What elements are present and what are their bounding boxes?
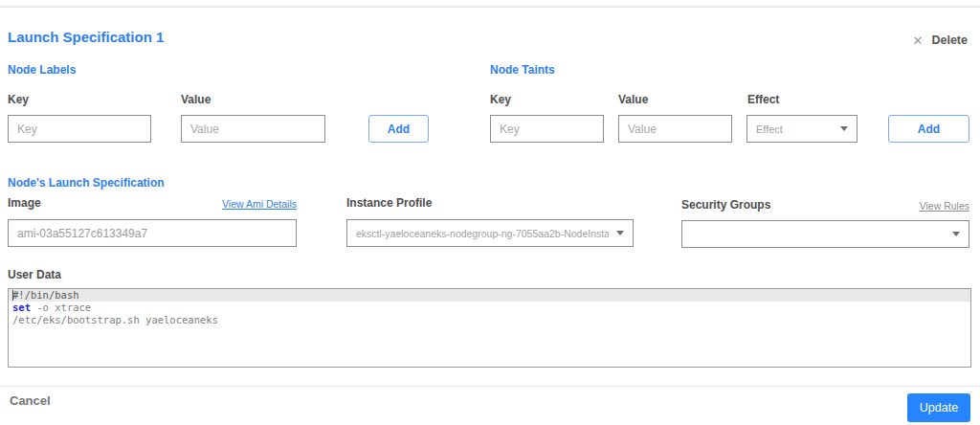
node-taints-effect-label: Effect — [747, 93, 779, 106]
code-line-3: /etc/eks/bootstrap.sh yaeloceaneks — [9, 314, 970, 326]
node-taints-effect-select[interactable]: Effect — [746, 115, 858, 143]
image-label: Image — [8, 196, 41, 210]
update-button[interactable]: Update — [907, 393, 970, 422]
view-rules-link[interactable]: View Rules — [920, 200, 969, 212]
launch-spec-heading: Node's Launch Specification — [8, 176, 165, 190]
user-data-editor[interactable]: #!/bin/bash set -o xtrace /etc/eks/boots… — [8, 288, 971, 368]
footer-divider — [0, 386, 980, 387]
view-ami-details-link[interactable]: View Ami Details — [222, 198, 297, 210]
node-labels-add-button[interactable]: Add — [368, 115, 429, 143]
top-divider — [0, 6, 980, 8]
node-taints-value-label: Value — [618, 93, 648, 106]
image-input[interactable] — [8, 219, 297, 247]
effect-select-placeholder: Effect — [756, 123, 833, 135]
code-line-1: #!/bin/bash — [9, 289, 970, 302]
instance-profile-select[interactable]: eksctl-yaeloceaneks-nodegroup-ng-7055aa2… — [346, 219, 634, 247]
instance-profile-value: eksctl-yaeloceaneks-nodegroup-ng-7055aa2… — [356, 228, 609, 239]
user-data-label: User Data — [8, 268, 61, 281]
node-labels-key-label: Key — [8, 93, 29, 106]
node-taints-add-button[interactable]: Add — [888, 115, 969, 143]
chevron-down-icon — [840, 126, 848, 131]
image-label-row: Image View Ami Details — [8, 196, 297, 210]
cancel-button[interactable]: Cancel — [10, 393, 51, 408]
node-labels-value-input[interactable] — [181, 115, 325, 143]
security-groups-label-row: Security Groups View Rules — [681, 198, 969, 212]
close-x-icon: ✕ — [913, 34, 924, 47]
code-line-2: set -o xtrace — [9, 302, 970, 314]
page-title: Launch Specification 1 — [8, 29, 164, 45]
delete-button[interactable]: ✕ Delete — [913, 34, 968, 47]
node-taints-value-input[interactable] — [618, 115, 732, 143]
node-labels-key-input[interactable] — [8, 115, 151, 143]
node-labels-value-label: Value — [181, 93, 211, 106]
node-labels-heading: Node Labels — [8, 63, 76, 77]
security-groups-label: Security Groups — [681, 198, 770, 212]
node-taints-key-input[interactable] — [490, 115, 604, 143]
security-groups-select[interactable] — [681, 220, 969, 248]
node-taints-key-label: Key — [490, 93, 511, 106]
node-taints-heading: Node Taints — [490, 63, 555, 77]
instance-profile-label: Instance Profile — [346, 196, 432, 210]
launch-specification-panel: Launch Specification 1 ✕ Delete Node Lab… — [0, 0, 980, 425]
delete-button-label: Delete — [931, 34, 968, 47]
chevron-down-icon — [952, 232, 960, 236]
chevron-down-icon — [616, 231, 624, 235]
